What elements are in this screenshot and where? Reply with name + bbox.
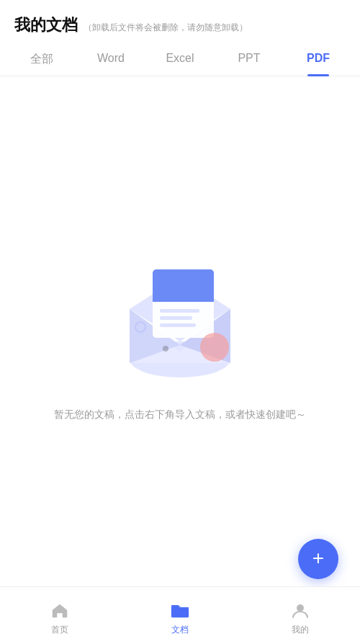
svg-point-11 [200, 333, 229, 362]
tab-pdf[interactable]: PDF [284, 43, 353, 76]
fab-button[interactable]: + [298, 539, 338, 579]
page-title: 我的文档 [14, 14, 78, 36]
tab-excel[interactable]: Excel [145, 43, 215, 76]
svg-rect-9 [160, 316, 192, 320]
nav-item-my[interactable]: 我的 [240, 595, 360, 636]
tab-bar: 全部 Word Excel PPT PDF [0, 43, 360, 76]
nav-docs-label: 文档 [171, 624, 189, 636]
header: 我的文档 （卸载后文件将会被删除，请勿随意卸载） [0, 0, 360, 43]
plus-icon: + [312, 548, 324, 568]
folder-icon [170, 601, 190, 621]
user-icon [290, 601, 310, 621]
header-subtitle: （卸载后文件将会被删除，请勿随意卸载） [84, 22, 248, 34]
svg-rect-7 [153, 292, 214, 302]
home-icon [50, 601, 70, 621]
bottom-nav: 首页 文档 我的 [0, 586, 360, 644]
nav-item-home[interactable]: 首页 [0, 595, 120, 636]
empty-illustration [108, 241, 252, 385]
tab-all[interactable]: 全部 [7, 43, 76, 76]
content-area: 暂无您的文稿，点击右下角导入文稿，或者快速创建吧～ [0, 76, 360, 586]
tab-word[interactable]: Word [76, 43, 145, 76]
svg-rect-10 [160, 323, 196, 327]
tab-ppt[interactable]: PPT [215, 43, 284, 76]
svg-point-14 [297, 604, 304, 612]
nav-home-label: 首页 [51, 624, 68, 636]
empty-state-text: 暂无您的文稿，点击右下角导入文稿，或者快速创建吧～ [54, 406, 306, 422]
svg-rect-8 [160, 309, 199, 313]
nav-my-label: 我的 [292, 624, 309, 636]
main-content: 我的文档 （卸载后文件将会被删除，请勿随意卸载） 全部 Word Excel P… [0, 0, 360, 586]
nav-item-docs[interactable]: 文档 [120, 595, 240, 636]
svg-point-13 [163, 346, 168, 352]
